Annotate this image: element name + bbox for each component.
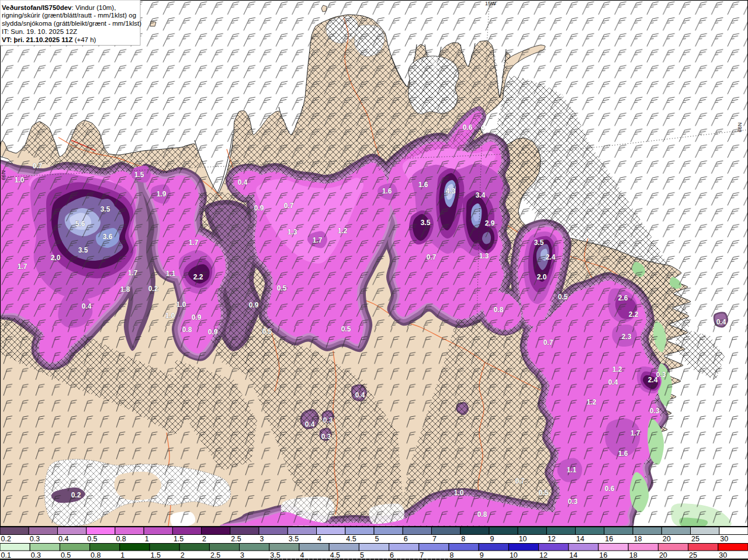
svg-text:2.2: 2.2	[193, 273, 203, 281]
svg-text:0.5: 0.5	[277, 284, 287, 292]
svg-text:0.7: 0.7	[284, 202, 294, 210]
svg-text:1.5: 1.5	[151, 551, 161, 559]
svg-text:0.8: 0.8	[116, 535, 126, 543]
svg-text:0.3: 0.3	[568, 497, 578, 506]
svg-text:0.7: 0.7	[543, 338, 553, 347]
svg-text:18: 18	[629, 551, 638, 559]
svg-text:0.2: 0.2	[148, 285, 158, 293]
svg-text:25: 25	[691, 535, 699, 543]
svg-text:1.7: 1.7	[631, 429, 640, 437]
svg-text:8: 8	[450, 551, 454, 559]
svg-text:2.4: 2.4	[546, 253, 556, 261]
svg-text:3.6: 3.6	[103, 233, 113, 241]
svg-text:5.6: 5.6	[75, 220, 85, 228]
svg-text:0.7: 0.7	[515, 477, 525, 485]
svg-text:6: 6	[390, 551, 394, 559]
svg-text:7: 7	[432, 535, 437, 543]
svg-text:16: 16	[605, 535, 613, 543]
svg-text:1.2: 1.2	[612, 365, 622, 374]
svg-text:1.2: 1.2	[587, 398, 597, 406]
svg-text:0.2: 0.2	[1, 535, 11, 543]
svg-text:0.5: 0.5	[262, 327, 272, 336]
svg-text:0.6: 0.6	[605, 485, 615, 493]
svg-text:2: 2	[202, 535, 206, 543]
svg-text:4: 4	[300, 551, 304, 559]
svg-text:0.3: 0.3	[656, 371, 666, 379]
svg-text:4.5: 4.5	[346, 535, 356, 543]
svg-text:14: 14	[569, 551, 577, 559]
svg-text:2.2: 2.2	[629, 310, 639, 319]
svg-text:12: 12	[539, 551, 548, 559]
svg-text:9: 9	[480, 551, 484, 559]
svg-text:1: 1	[145, 535, 149, 543]
svg-text:3.5: 3.5	[534, 238, 544, 247]
svg-text:1.0: 1.0	[165, 312, 175, 320]
svg-text:2: 2	[181, 551, 185, 559]
svg-text:1.6: 1.6	[382, 187, 392, 195]
svg-text:0.1: 0.1	[1, 551, 11, 559]
svg-text:0.3: 0.3	[650, 407, 660, 415]
svg-text:5: 5	[360, 551, 364, 559]
svg-text:0.5: 0.5	[341, 325, 351, 333]
svg-text:0.4: 0.4	[305, 420, 315, 428]
svg-text:2.0: 2.0	[537, 273, 547, 281]
svg-text:1: 1	[120, 551, 124, 559]
svg-text:18: 18	[634, 535, 642, 543]
svg-text:66N: 66N	[1, 170, 6, 180]
svg-text:3.5: 3.5	[270, 551, 280, 559]
svg-text:0.3: 0.3	[323, 416, 333, 424]
svg-text:10: 10	[510, 551, 518, 559]
svg-text:0.6: 0.6	[463, 123, 473, 132]
svg-text:0.4: 0.4	[82, 302, 92, 310]
svg-text:1.9: 1.9	[157, 190, 167, 198]
svg-text:0.2: 0.2	[71, 491, 81, 499]
svg-text:0.7: 0.7	[33, 162, 43, 170]
svg-text:16: 16	[600, 551, 608, 559]
svg-text:2.0: 2.0	[51, 254, 61, 262]
svg-text:66N: 66N	[737, 122, 743, 132]
svg-text:14: 14	[576, 535, 584, 543]
svg-text:1.7: 1.7	[18, 262, 27, 271]
svg-text:30: 30	[719, 551, 727, 559]
svg-text:2.9: 2.9	[485, 219, 495, 227]
svg-text:0.4: 0.4	[355, 391, 365, 399]
svg-text:0.9: 0.9	[249, 301, 259, 309]
svg-text:0.3: 0.3	[321, 433, 331, 441]
svg-text:0.3: 0.3	[31, 551, 41, 559]
svg-text:4.3: 4.3	[446, 187, 456, 195]
svg-text:0.4: 0.4	[608, 378, 618, 386]
svg-text:20: 20	[663, 535, 671, 543]
svg-text:0.9: 0.9	[192, 313, 202, 322]
svg-text:1.2: 1.2	[338, 227, 348, 235]
svg-text:7: 7	[420, 551, 424, 559]
svg-text:0.9: 0.9	[208, 328, 218, 336]
svg-text:1.5: 1.5	[134, 171, 144, 179]
svg-text:0.8: 0.8	[182, 326, 192, 334]
svg-text:9: 9	[490, 535, 494, 543]
svg-text:1.1: 1.1	[567, 466, 577, 474]
svg-text:0.4: 0.4	[58, 535, 68, 543]
svg-text:1.7: 1.7	[313, 236, 323, 244]
svg-text:25: 25	[689, 551, 697, 559]
svg-text:1.0: 1.0	[15, 176, 25, 184]
svg-text:0.5: 0.5	[87, 535, 97, 543]
svg-text:0.3: 0.3	[30, 535, 40, 543]
svg-text:3.4: 3.4	[476, 191, 486, 199]
svg-text:3.5: 3.5	[78, 246, 88, 254]
svg-text:0.4: 0.4	[238, 178, 248, 186]
svg-text:4: 4	[317, 535, 321, 543]
svg-text:1.6: 1.6	[418, 181, 428, 189]
svg-text:3.5: 3.5	[289, 535, 299, 543]
svg-text:4.5: 4.5	[330, 551, 340, 559]
svg-text:3: 3	[260, 535, 264, 543]
svg-text:1.8: 1.8	[120, 285, 130, 293]
svg-text:0.5: 0.5	[539, 489, 549, 497]
svg-text:1.6: 1.6	[618, 450, 628, 458]
svg-text:1.0: 1.0	[176, 300, 186, 309]
svg-text:0.9: 0.9	[254, 204, 264, 212]
svg-text:2.6: 2.6	[618, 294, 628, 302]
svg-text:12: 12	[548, 535, 556, 543]
svg-text:1.1: 1.1	[166, 269, 176, 278]
svg-text:0.7: 0.7	[427, 253, 437, 261]
svg-text:10: 10	[519, 535, 527, 543]
